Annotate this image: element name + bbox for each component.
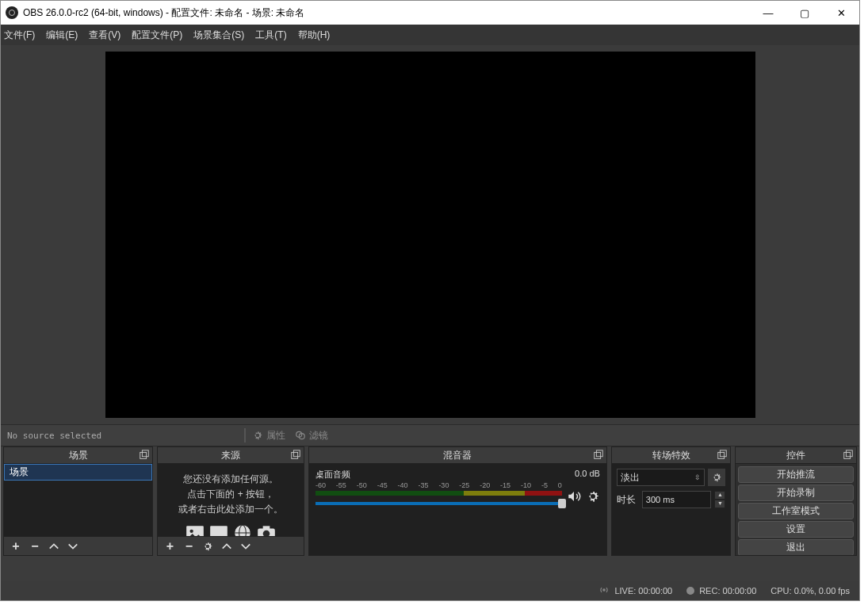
add-source-button[interactable]: + [161, 538, 178, 554]
transitions-dock: 转场特效 淡出 ⇳ 时长 [611, 446, 732, 556]
exit-button[interactable]: 退出 [738, 539, 854, 555]
popout-icon[interactable] [717, 450, 728, 461]
duration-up-button[interactable]: ▲ [714, 491, 725, 500]
scene-up-button[interactable] [45, 538, 63, 554]
menu-scenecoll[interactable]: 场景集合(S) [193, 29, 244, 42]
maximize-button[interactable]: ▢ [786, 1, 823, 25]
source-down-button[interactable] [237, 538, 254, 554]
menu-view[interactable]: 查看(V) [89, 29, 120, 42]
sources-list[interactable]: 您还没有添加任何源。 点击下面的 + 按钮， 或者右击此处添加一个。 [158, 464, 303, 536]
broadcast-icon [598, 584, 610, 597]
image-source-icon [185, 523, 205, 536]
chevron-updown-icon: ⇳ [694, 473, 701, 481]
window-title: OBS 26.0.0-rc2 (64-bit, windows) - 配置文件:… [23, 6, 750, 20]
sources-dock: 来源 您还没有添加任何源。 点击下面的 + 按钮， 或者右击此处添加一个。 + [157, 446, 304, 556]
gear-icon [711, 472, 722, 483]
duration-label: 时长 [617, 493, 639, 507]
menubar: 文件(F) 编辑(E) 查看(V) 配置文件(P) 场景集合(S) 工具(T) … [1, 25, 859, 45]
display-source-icon [208, 523, 229, 536]
obs-logo-icon [6, 6, 18, 19]
browser-source-icon [232, 523, 253, 536]
add-scene-button[interactable]: + [7, 538, 25, 554]
close-button[interactable]: ✕ [823, 1, 859, 25]
menu-help[interactable]: 帮助(H) [298, 29, 331, 42]
source-toolbar: No source selected 属性 滤镜 [1, 424, 859, 446]
mixer-volume-thumb[interactable] [558, 499, 566, 508]
preview-canvas[interactable] [105, 52, 755, 418]
scene-down-button[interactable] [64, 538, 82, 554]
sources-empty-msg: 您还没有添加任何源。 点击下面的 + 按钮， 或者右击此处添加一个。 [158, 464, 303, 521]
scene-list[interactable]: 场景 [4, 464, 152, 481]
sources-toolbar: + − [158, 536, 303, 555]
mixer-dock: 混音器 桌面音频 0.0 dB -60-55-50-45-40-35-30-25… [308, 446, 607, 556]
popout-icon[interactable] [290, 450, 301, 461]
svg-rect-3 [143, 450, 149, 457]
svg-rect-22 [846, 450, 852, 457]
scenes-header[interactable]: 场景 [4, 447, 152, 464]
popout-icon[interactable] [139, 450, 150, 461]
svg-rect-2 [140, 453, 147, 459]
cpu-status: CPU: 0.0%, 0.00 fps [770, 586, 850, 596]
menu-edit[interactable]: 编辑(E) [46, 29, 78, 42]
svg-rect-18 [596, 450, 602, 457]
svg-rect-20 [721, 450, 727, 457]
source-settings-button[interactable] [199, 538, 216, 554]
mixer-meter [315, 491, 562, 496]
svg-point-23 [603, 589, 605, 591]
studio-mode-button[interactable]: 工作室模式 [738, 503, 854, 519]
duration-spinbox[interactable]: 300 ms [642, 491, 712, 508]
svg-rect-4 [292, 453, 298, 459]
preview-area[interactable] [1, 45, 859, 424]
toolbar-divider [244, 428, 246, 442]
controls-dock: 控件 开始推流 开始录制 工作室模式 设置 退出 [735, 446, 857, 556]
svg-point-11 [235, 525, 250, 536]
svg-rect-21 [844, 453, 851, 459]
popout-icon[interactable] [843, 450, 854, 461]
mixer-track-db: 0.0 dB [575, 469, 600, 481]
camera-source-icon [256, 523, 277, 536]
scenes-dock: 场景 场景 + − [3, 446, 153, 556]
sources-header[interactable]: 来源 [158, 447, 303, 464]
settings-button[interactable]: 设置 [738, 521, 854, 538]
svg-rect-6 [186, 526, 204, 536]
speaker-icon[interactable] [567, 489, 581, 504]
menu-tools[interactable]: 工具(T) [255, 29, 286, 42]
mixer-volume-slider[interactable] [315, 502, 562, 505]
svg-rect-8 [210, 526, 228, 536]
filter-icon [295, 430, 306, 441]
transition-select[interactable]: 淡出 ⇳ [617, 469, 705, 486]
no-source-label: No source selected [7, 431, 101, 441]
mixer-ticks: -60-55-50-45-40-35-30-25-20-15-10-50 [315, 481, 562, 489]
scene-item[interactable]: 场景 [4, 464, 152, 481]
svg-rect-19 [718, 453, 725, 459]
source-up-button[interactable] [218, 538, 235, 554]
mixer-track: 桌面音频 0.0 dB -60-55-50-45-40-35-30-25-20-… [309, 464, 606, 516]
remove-scene-button[interactable]: − [26, 538, 44, 554]
remove-source-button[interactable]: − [180, 538, 197, 554]
mixer-header[interactable]: 混音器 [309, 447, 606, 464]
mixer-track-name: 桌面音频 [315, 469, 350, 481]
popout-icon[interactable] [593, 450, 604, 461]
start-record-button[interactable]: 开始录制 [738, 485, 854, 501]
start-stream-button[interactable]: 开始推流 [738, 466, 854, 483]
gear-icon [252, 430, 263, 441]
minimize-button[interactable]: — [750, 1, 786, 25]
filters-button[interactable]: 滤镜 [295, 429, 328, 442]
menu-profile[interactable]: 配置文件(P) [132, 29, 182, 42]
menu-file[interactable]: 文件(F) [4, 29, 35, 42]
source-type-icons [158, 523, 303, 536]
duration-down-button[interactable]: ▼ [714, 500, 725, 508]
transitions-header[interactable]: 转场特效 [612, 447, 731, 464]
transition-settings-button[interactable] [708, 469, 725, 486]
rec-status: REC: 00:00:00 [686, 586, 756, 596]
svg-rect-5 [293, 450, 300, 457]
record-dot-icon [686, 587, 694, 595]
controls-header[interactable]: 控件 [736, 447, 856, 464]
svg-point-7 [190, 529, 193, 532]
svg-rect-15 [263, 526, 270, 529]
properties-button[interactable]: 属性 [252, 429, 285, 442]
titlebar[interactable]: OBS 26.0.0-rc2 (64-bit, windows) - 配置文件:… [1, 1, 859, 25]
svg-rect-17 [595, 453, 601, 459]
mixer-settings-icon[interactable] [586, 489, 600, 504]
scenes-toolbar: + − [4, 536, 152, 555]
